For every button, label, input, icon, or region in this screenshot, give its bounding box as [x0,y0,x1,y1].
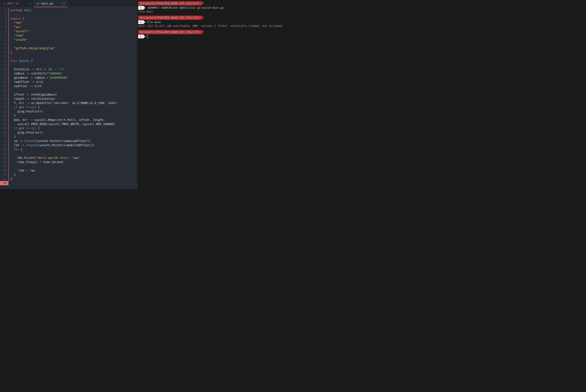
terminal-command[interactable]: GOARM=7 GOARCH=arm GOOS=linux go build m… [146,6,224,10]
token-num: 0x2 [36,68,41,71]
code-line[interactable]: } [8,172,137,177]
code-line[interactable]: } [8,114,137,118]
code-line[interactable] [8,12,137,16]
code-line[interactable]: gpioBase := ioBase + 0x00000000 [8,76,137,80]
line-number: 11 [0,50,7,54]
line-number: 22 [0,97,7,101]
code-line[interactable]: if err != nil { [8,105,137,109]
token-cm: // 2MB [53,68,64,71]
close-icon[interactable]: × [63,2,65,5]
token-id: int64(gpioBase) [29,93,57,96]
code-line[interactable]: f, err := os.OpenFile("/dev/mem", os.O_R… [8,101,137,105]
line-number: 2 [0,12,7,16]
code-line[interactable] [8,164,137,168]
line-number: 18 [0,80,7,84]
token-id: { [36,126,40,130]
line-number: 1 [0,8,7,12]
code-line[interactable]: "fmt" [8,21,137,25]
prompt-cwd: Documents/FPGA/DE0_NANO_SOC_101/soft [138,30,201,34]
tab-mult-hs[interactable]: λMULT.hs× [0,0,34,7]
code-line[interactable]: "github.com/golang/glog" [8,46,137,50]
token-id: glog.Fatal(err) [10,110,43,113]
token-id [29,126,31,130]
code-line[interactable]: "time" [8,33,137,38]
token-kw: import [10,17,21,20]
token-id: sw) [74,156,79,160]
code-line[interactable]: ) [8,50,137,54]
code-line[interactable]: mem, err := syscall.Mmap(int(f.Fd()), of… [8,118,137,122]
token-op: | [88,101,89,105]
code-line[interactable]: glog.Fatal(err) [8,109,137,114]
line-number: 29 [0,126,7,130]
token-ty: byte [28,139,34,142]
code-line[interactable]: package main [8,8,137,12]
code-line[interactable]: "os" [8,25,137,29]
code-line[interactable]: func main() { [8,59,137,63]
token-id: fmt.Printf( [10,156,36,160]
code-line[interactable]: led := (*byte)(unsafe.Pointer(&mem[ledOf… [8,143,137,147]
token-id: offset [10,93,26,96]
code-line[interactable]: "syscall" [8,29,137,33]
token-id: syscall.PROT_READ [10,122,47,126]
code-line[interactable] [8,152,137,156]
token-id: , os.O_RDWR [69,101,87,105]
terminal-command[interactable]: file main [146,20,161,24]
token-kw: for [14,148,19,151]
token-id: led [10,144,21,147]
code-line[interactable]: blockSize := 0x2 << 20 // 2MB [8,67,137,71]
tab-main-go[interactable]: gomain.go× [34,0,67,7]
code-line[interactable]: import ( [8,16,137,21]
code-line[interactable]: offset := int64(gpioBase) [8,92,137,97]
token-id: glog.Fatal(err) [10,131,43,134]
token-ty: nil [31,126,36,130]
token-id: ( [24,144,28,147]
code-line[interactable]: if err != nil { [8,126,137,130]
line-number: 14 [0,63,7,67]
code-line[interactable]: *led = *sw [8,168,137,172]
token-id: f, err [10,101,26,105]
code-line[interactable]: "unsafe" [8,38,137,42]
code-line[interactable] [8,88,137,92]
token-id: mem[swOffset])) [65,139,91,142]
close-icon[interactable]: × [29,2,31,5]
code-body[interactable]: package mainimport ( "fmt" "os" "syscall… [8,8,137,189]
code-line[interactable]: } [8,177,137,181]
code-line[interactable]: ioBase := uint32(0xff200000) [8,71,137,76]
prompt-cwd: Documents/FPGA/DE0_NANO_SOC_101/soft [138,1,201,6]
terminal-pane[interactable]: Documents/FPGA/DE0_NANO_SOC_101/softλ GO… [137,0,283,189]
token-num: 0x10 [36,80,43,84]
token-op: := [26,101,29,105]
code-line[interactable] [8,54,137,59]
code-line[interactable]: time.Sleep(1 * time.Second) [8,160,137,164]
code-line[interactable]: } [8,134,137,139]
terminal-block: Documents/FPGA/DE0_NANO_SOC_101/softλfil… [138,16,282,28]
code-line[interactable]: sw := (*byte)(unsafe.Pointer(&mem[swOffs… [8,139,137,143]
line-number: 40 [0,172,7,177]
line-number: 19 [0,84,7,88]
token-id: } [10,173,15,176]
code-line[interactable]: glog.Fatal(err) [8,130,137,134]
token-str: "syscall" [14,30,29,33]
code-line[interactable] [8,42,137,46]
code-area[interactable]: 1234567891011121314151617181920212223242… [0,7,137,189]
code-line[interactable]: length := int(blockSize) [8,97,137,101]
code-line[interactable] [8,181,137,185]
line-number: 17 [0,76,7,80]
line-number: 30 [0,130,7,134]
token-star: * [17,169,19,172]
code-line[interactable] [8,63,137,67]
terminal-block: Documents/FPGA/DE0_NANO_SOC_101/softλ GO… [138,1,282,14]
token-str: "github.com/golang/glog" [14,46,55,50]
code-line[interactable]: swOffset := 0x20 [8,84,137,88]
token-num: 20 [48,68,52,71]
code-line[interactable]: fmt.Printf("Hello world! %v\n", *sw) [8,156,137,160]
code-line[interactable]: syscall.PROT_READ|syscall.PROT_WRITE, sy… [8,122,137,126]
token-id: uint32( [29,72,43,75]
token-str: "os" [14,25,21,29]
token-id [10,25,14,29]
line-number: 20 [0,88,7,92]
code-line[interactable]: ledOffset := 0x10 [8,80,137,84]
token-id: os.O_SYNC, [89,101,108,105]
code-line[interactable]: for { [8,147,137,152]
line-number: 10 [0,46,7,50]
